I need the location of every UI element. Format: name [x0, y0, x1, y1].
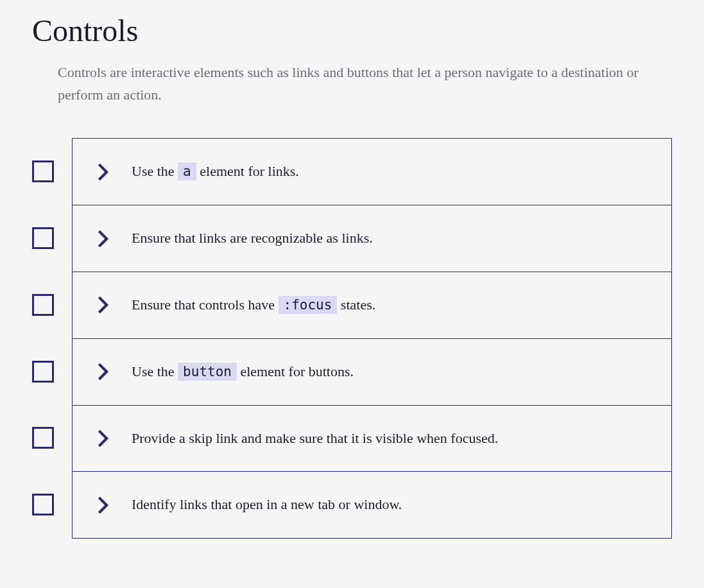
- checklist-row: Ensure that links are recognizable as li…: [32, 205, 672, 272]
- checklist-item[interactable]: Ensure that links are recognizable as li…: [72, 205, 672, 272]
- item-checkbox[interactable]: [32, 494, 54, 515]
- checklist-item[interactable]: Identify links that open in a new tab or…: [72, 471, 672, 539]
- checklist-row: Use the button element for buttons.: [32, 338, 672, 405]
- item-text: Ensure that links are recognizable as li…: [132, 229, 373, 248]
- code-token: button: [178, 363, 237, 381]
- chevron-right-icon: [97, 496, 110, 514]
- checklist-row: Ensure that controls have :focus states.: [32, 272, 672, 338]
- item-checkbox[interactable]: [32, 227, 54, 249]
- code-token: a: [178, 162, 196, 180]
- item-checkbox[interactable]: [32, 294, 54, 316]
- item-text: Provide a skip link and make sure that i…: [132, 429, 498, 449]
- code-token: :focus: [279, 296, 338, 314]
- checklist-item[interactable]: Use the a element for links.: [72, 138, 672, 205]
- checklist-item[interactable]: Provide a skip link and make sure that i…: [72, 405, 672, 472]
- checklist: Use the a element for links. Ensure that…: [32, 138, 672, 538]
- chevron-right-icon: [97, 230, 110, 248]
- chevron-right-icon: [97, 429, 110, 447]
- item-checkbox[interactable]: [32, 361, 54, 383]
- checklist-row: Identify links that open in a new tab or…: [32, 471, 672, 538]
- chevron-right-icon: [97, 163, 110, 181]
- item-text: Use the a element for links.: [132, 162, 299, 182]
- item-text: Ensure that controls have :focus states.: [132, 295, 375, 315]
- checklist-row: Use the a element for links.: [32, 138, 672, 205]
- chevron-right-icon: [97, 363, 110, 381]
- item-text: Use the button element for buttons.: [132, 362, 354, 382]
- checklist-row: Provide a skip link and make sure that i…: [32, 405, 672, 472]
- page-title: Controls: [32, 13, 672, 48]
- item-text: Identify links that open in a new tab or…: [132, 495, 402, 515]
- checklist-item[interactable]: Ensure that controls have :focus states.: [72, 272, 672, 339]
- checklist-item[interactable]: Use the button element for buttons.: [72, 338, 672, 406]
- item-checkbox[interactable]: [32, 427, 54, 449]
- page-description: Controls are interactive elements such a…: [58, 61, 648, 106]
- chevron-right-icon: [97, 296, 110, 314]
- item-checkbox[interactable]: [32, 160, 54, 182]
